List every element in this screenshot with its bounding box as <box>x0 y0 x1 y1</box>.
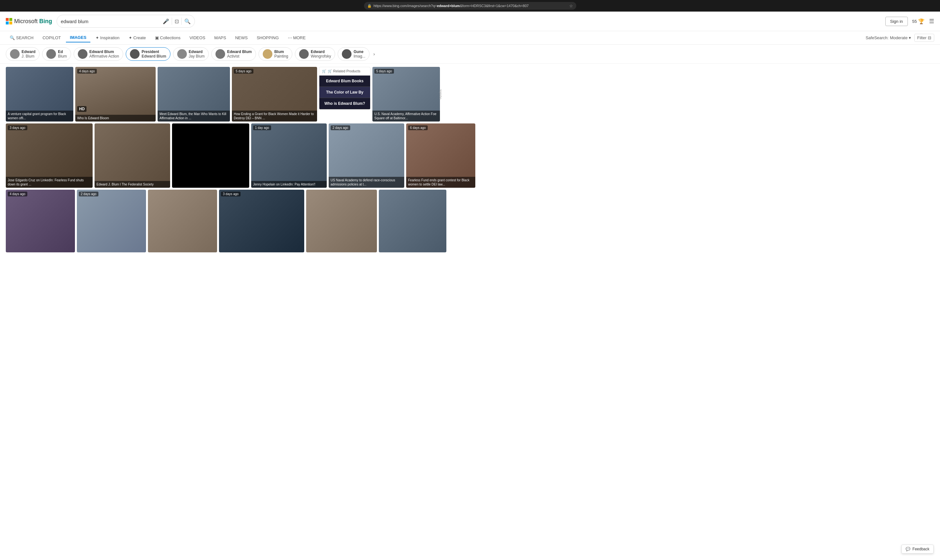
search-submit-button[interactable]: 🔍 <box>184 18 191 25</box>
safe-search-label: SafeSearch: <box>866 35 889 40</box>
address-bar[interactable]: 🔒 https://www.bing.com/images/search?q=e… <box>364 2 576 10</box>
nav-collections[interactable]: ▣ Collections <box>151 34 185 42</box>
browser-bar: 🔒 https://www.bing.com/images/search?q=e… <box>0 0 940 12</box>
nav-maps[interactable]: MAPS <box>210 34 230 42</box>
image-grid: A venture capital grant program for Blac… <box>0 64 940 257</box>
points-badge: 55 🏆 <box>912 18 925 25</box>
image-caption-9: Jenny Hopelain on LinkedIn: Pay Attentio… <box>251 181 327 188</box>
inspiration-icon: ✦ <box>96 35 99 40</box>
related-chips-next-arrow[interactable]: › <box>372 51 376 57</box>
chip-text-ejblum: Edward J. Blum <box>22 49 35 58</box>
image-row-3: 4 days ago 2 days ago 3 days ago <box>6 190 934 252</box>
image-card-6[interactable]: 3 days ago Jose Edgardo Cruz on LinkedIn… <box>6 123 92 188</box>
image-card-14[interactable] <box>148 190 217 252</box>
image-card-4[interactable]: 5 days ago How Ending a Grant for Black … <box>232 67 317 122</box>
nav-images-label: IMAGES <box>70 35 86 40</box>
nav-more[interactable]: ⋯ MORE <box>284 34 310 42</box>
url-text: https://www.bing.com/images/search?q=edw… <box>374 4 567 8</box>
related-chip-blumaa[interactable]: Edward Blum Affirmative Action <box>74 47 123 61</box>
related-product-3[interactable]: Who is Edward Blum? <box>319 98 370 109</box>
image-caption-7: Edward J. Blum I The Federalist Society <box>94 181 170 188</box>
lock-icon: 🔒 <box>367 4 372 8</box>
image-caption-2: Who Is Edward Bloom <box>75 115 156 122</box>
image-badge-9: 1 day ago <box>253 125 271 130</box>
image-card-8[interactable] <box>172 123 249 188</box>
nav-videos[interactable]: VIDEOS <box>186 34 209 42</box>
mic-button[interactable]: 🎤 <box>163 18 169 25</box>
header-right: Sign in 55 🏆 ☰ <box>885 17 934 26</box>
image-card-9[interactable]: 1 day ago Jenny Hopelain on LinkedIn: Pa… <box>251 123 327 188</box>
related-chip-presblum[interactable]: President Edward Blum <box>126 47 170 61</box>
chip-avatar-gune <box>342 49 351 59</box>
image-card-7[interactable]: Edward J. Blum I The Federalist Society <box>94 123 170 188</box>
image-badge-5: 5 days ago <box>374 69 394 74</box>
image-badge-10: 2 days ago <box>331 125 350 130</box>
hamburger-menu[interactable]: ☰ <box>929 18 934 25</box>
image-card-17[interactable] <box>379 190 446 252</box>
image-badge-6: 3 days ago <box>8 125 27 130</box>
nav-maps-label: MAPS <box>214 35 226 40</box>
related-chip-ejayblum[interactable]: Edward Jay Blum <box>173 47 209 61</box>
image-card-5[interactable]: 5 days ago U.S. Naval Academy, Affirmati… <box>372 67 440 122</box>
related-product-2[interactable]: The Color of Law By <box>319 87 370 98</box>
related-chip-edblum[interactable]: Ed Blum <box>42 47 71 61</box>
trophy-icon: 🏆 <box>918 18 925 25</box>
image-card-15[interactable]: 3 days ago <box>219 190 304 252</box>
nav-create-label: Create <box>134 35 146 40</box>
sign-in-button[interactable]: Sign in <box>885 17 908 26</box>
image-row-1: A venture capital grant program for Blac… <box>6 67 934 122</box>
safe-search-value: Moderate <box>890 35 908 40</box>
image-card-16[interactable] <box>306 190 377 252</box>
related-products-panel: 🛒 🛒 Related Products Edward Blum Books T… <box>319 67 370 109</box>
image-caption-10: US Naval Academy to defend race-consciou… <box>329 177 404 188</box>
image-badge-2: 4 days ago <box>77 69 97 74</box>
chip-avatar-edblum <box>46 49 56 59</box>
star-icon[interactable]: ☆ <box>569 3 573 8</box>
image-card-10[interactable]: 2 days ago US Naval Academy to defend ra… <box>329 123 404 188</box>
image-card-12[interactable]: 4 days ago <box>6 190 75 252</box>
navigation: 🔍 SEARCH COPILOT IMAGES ✦ Inspiration ✦ … <box>0 31 940 45</box>
image-card-2[interactable]: 4 days ago HD Who Is Edward Bloom <box>75 67 156 122</box>
chip-text-ejayblum: Edward Jay Blum <box>189 49 205 58</box>
safe-search-control[interactable]: SafeSearch: Moderate ▾ <box>866 35 911 40</box>
grid-cell-with-products: 5 days ago How Ending a Grant for Black … <box>232 67 440 122</box>
search-divider <box>172 18 172 25</box>
chip-text-gune: Gune Imag... <box>353 49 365 58</box>
collections-icon: ▣ <box>155 35 159 40</box>
related-chip-wengrofsky[interactable]: Edward Wengrofsky <box>295 47 335 61</box>
nav-news[interactable]: NEWS <box>231 34 251 42</box>
nav-copilot-label: COPILOT <box>42 35 61 40</box>
related-chip-ejblum[interactable]: Edward J. Blum <box>6 47 40 61</box>
related-product-1[interactable]: Edward Blum Books <box>319 75 370 87</box>
search-divider2 <box>181 18 182 25</box>
camera-button[interactable]: ⊡ <box>175 18 179 25</box>
related-chip-painting[interactable]: Blum Painting <box>259 47 292 61</box>
nav-create[interactable]: ✦ Create <box>125 34 150 42</box>
image-caption-11: Fearless Fund ends grant contest for Bla… <box>406 177 475 188</box>
nav-search[interactable]: 🔍 SEARCH <box>6 34 37 42</box>
image-badge-13: 2 days ago <box>79 192 99 197</box>
image-row-2: 3 days ago Jose Edgardo Cruz on LinkedIn… <box>6 123 934 188</box>
filter-button[interactable]: Filter ⊟ <box>914 34 934 42</box>
nav-inspiration[interactable]: ✦ Inspiration <box>92 34 123 42</box>
search-box[interactable]: edward blum 🎤 ⊡ 🔍 <box>57 15 195 28</box>
nav-images[interactable]: IMAGES <box>66 33 90 42</box>
image-card-11[interactable]: 6 days ago Fearless Fund ends grant cont… <box>406 123 475 188</box>
related-searches-bar: Edward J. Blum Ed Blum Edward Blum Affir… <box>0 45 940 64</box>
nav-shopping[interactable]: SHOPPING <box>253 34 283 42</box>
bing-logo[interactable]: Microsoft Bing <box>6 18 52 25</box>
search-input[interactable]: edward blum <box>61 18 160 24</box>
chip-avatar-ejayblum <box>177 49 187 59</box>
image-card-3[interactable]: Meet Edward Blum, the Man Who Wants to K… <box>157 67 230 122</box>
related-chip-activist[interactable]: Edward Blum Activist <box>211 47 256 61</box>
nav-videos-label: VIDEOS <box>190 35 205 40</box>
nav-inspiration-label: Inspiration <box>100 35 120 40</box>
chip-avatar-ejblum <box>10 49 20 59</box>
related-chip-gune[interactable]: Gune Imag... <box>337 47 370 61</box>
image-card-1[interactable]: A venture capital grant program for Blac… <box>6 67 73 122</box>
image-card-13[interactable]: 2 days ago <box>77 190 146 252</box>
nav-search-label: SEARCH <box>16 35 34 40</box>
search-nav-icon: 🔍 <box>10 35 15 40</box>
nav-copilot[interactable]: COPILOT <box>39 34 65 42</box>
chip-avatar-blumaa <box>78 49 88 59</box>
